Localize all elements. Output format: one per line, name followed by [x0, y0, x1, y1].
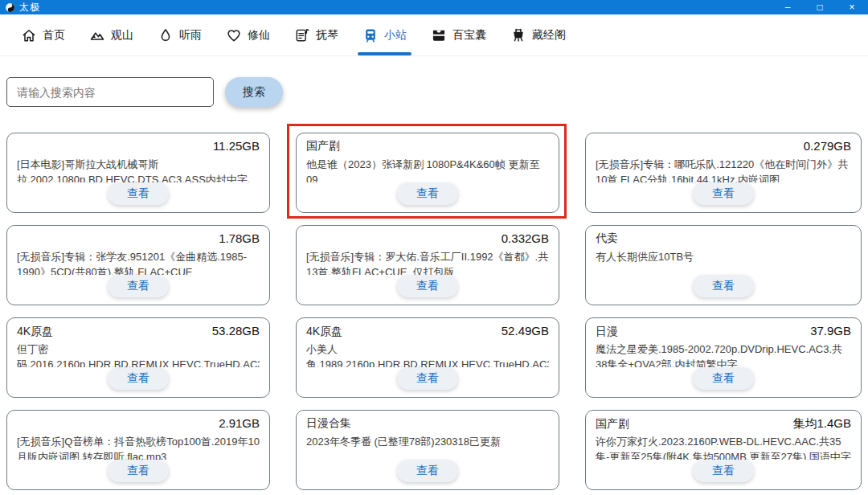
resource-card: 代卖 有人长期供应10TB号 查看	[585, 225, 862, 305]
resource-card: 0.332GB [无损音乐]专辑：罗大佑.音乐工厂II.1992《首都》.共13…	[296, 225, 559, 305]
card-description: [无损音乐]专辑：罗大佑.音乐工厂II.1992《首都》.共13首.整轨FLAC…	[306, 249, 549, 275]
resource-card: 0.279GB [无损音乐]专辑：哪吒乐队.121220《他在时间门外》共10首…	[585, 133, 862, 213]
close-icon[interactable]: ×	[836, 0, 868, 14]
tab-xiaozhan[interactable]: 小站	[361, 14, 408, 55]
tab-home[interactable]: 首页	[19, 14, 67, 55]
resource-card: 日漫合集 2023年冬季番 (已整理78部)230318已更新 查看	[296, 410, 559, 490]
resource-card: 11.25GB [日本电影]哥斯拉大战机械哥斯拉.2002.1080p.BD.H…	[6, 133, 270, 213]
search-button[interactable]: 搜索	[225, 77, 283, 107]
resource-card: 2.91GB [无损音乐]Q音榜单：抖音热歌榜Top100首.2019年10月版…	[6, 410, 270, 490]
search-section: 搜索	[0, 56, 868, 107]
tab-baibaonang[interactable]: 百宝囊	[429, 14, 488, 55]
window-controls: – □ ×	[772, 0, 868, 14]
tab-label: 观山	[111, 28, 133, 43]
view-button[interactable]: 查看	[397, 182, 458, 205]
view-button[interactable]: 查看	[108, 367, 169, 390]
app-title: 太极	[19, 1, 40, 14]
card-size: 53.28GB	[212, 324, 260, 338]
resource-grid: 11.25GB [日本电影]哥斯拉大战机械哥斯拉.2002.1080p.BD.H…	[0, 107, 868, 490]
music-document-icon	[294, 27, 310, 43]
card-size: 0.279GB	[804, 139, 851, 153]
card-description: [无损音乐]专辑：哪吒乐队.121220《他在时间门外》共10首.FLAC分轨.…	[596, 157, 851, 182]
view-button[interactable]: 查看	[397, 367, 458, 390]
card-description: 许你万家灯火.2023.2160P.WEB-DL.HEVC.AAC.共35集-更…	[596, 434, 851, 460]
tab-fuqin[interactable]: 抚琴	[293, 14, 340, 55]
tab-guanshan[interactable]: 观山	[88, 14, 135, 55]
station-icon	[362, 27, 379, 43]
tab-xiuxian[interactable]: 修仙	[224, 14, 272, 55]
titlebar: 太极 – □ ×	[0, 0, 868, 14]
view-button[interactable]: 查看	[693, 182, 754, 205]
tab-label: 听雨	[179, 28, 202, 43]
minimize-icon[interactable]: –	[772, 0, 804, 14]
card-description: [无损音乐]Q音榜单：抖音热歌榜Top100首.2019年10月版内嵌词图.转存…	[17, 434, 260, 460]
card-size: 11.25GB	[213, 139, 260, 153]
card-description: 有人长期供应10TB号	[596, 249, 851, 264]
card-size: 2.91GB	[219, 416, 260, 430]
tab-tingyu[interactable]: 听雨	[156, 14, 203, 55]
home-icon	[21, 27, 37, 43]
mountain-icon	[89, 27, 105, 43]
search-input[interactable]	[6, 77, 214, 107]
view-button[interactable]: 查看	[397, 460, 458, 482]
view-button[interactable]: 查看	[693, 275, 754, 297]
card-description: 魔法之星爱美.1985-2002.720p.DVDrip.HEVC.AC3.共3…	[596, 342, 851, 367]
card-description: [日本电影]哥斯拉大战机械哥斯拉.2002.1080p.BD.HEVC.DTS.…	[17, 157, 260, 182]
view-button[interactable]: 查看	[108, 182, 169, 205]
card-title: 日漫	[596, 325, 618, 339]
main-nav: 首页 观山 听雨 修仙 抚琴 小站 百宝囊	[0, 14, 868, 56]
card-size: 37.9GB	[810, 324, 851, 338]
card-size: 集均1.4GB	[792, 416, 851, 432]
tab-label: 抚琴	[316, 28, 338, 43]
card-description: 他是谁（2023）张译新剧 1080P&4K&60帧 更新至09	[306, 157, 549, 182]
card-title: 4K原盘	[306, 325, 342, 339]
tab-label: 首页	[43, 28, 65, 43]
app-logo-yinyang-icon	[5, 2, 15, 13]
card-title: 日漫合集	[306, 416, 351, 431]
card-title: 国产剧	[596, 417, 629, 432]
view-button[interactable]: 查看	[108, 275, 169, 297]
resource-card-highlighted: 国产剧 他是谁（2023）张译新剧 1080P&4K&60帧 更新至09 查看	[296, 133, 559, 213]
card-title: 代卖	[596, 231, 618, 246]
maximize-icon[interactable]: □	[804, 0, 836, 14]
tab-label: 藏经阁	[532, 28, 566, 43]
view-button[interactable]: 查看	[397, 275, 458, 297]
resource-card: 国产剧集均1.4GB 许你万家灯火.2023.2160P.WEB-DL.HEVC…	[585, 410, 862, 490]
card-size: 52.49GB	[502, 324, 549, 338]
resource-card: 4K原盘52.49GB 小美人鱼.1989.2160p.HDR.BD.REMUX…	[296, 317, 559, 398]
card-description: 但丁密码.2016.2160p.HDR.BD.REMUX.HEVC.TrueHD…	[17, 342, 260, 367]
card-size: 0.332GB	[502, 231, 549, 245]
card-description: 2023年冬季番 (已整理78部)230318已更新	[306, 434, 549, 449]
view-button[interactable]: 查看	[693, 367, 754, 390]
view-button[interactable]: 查看	[108, 460, 169, 482]
water-drop-icon	[158, 27, 174, 43]
card-description: [无损音乐]专辑：张学友.951201《金曲精选.1985-1990》5CD(共…	[17, 249, 260, 275]
resource-card: 1.78GB [无损音乐]专辑：张学友.951201《金曲精选.1985-199…	[6, 225, 270, 305]
tab-label: 百宝囊	[452, 28, 486, 43]
card-title: 4K原盘	[17, 325, 53, 339]
tab-cangjingge[interactable]: 藏经阁	[509, 14, 567, 55]
tab-label: 修仙	[248, 28, 270, 43]
tab-label: 小站	[384, 28, 407, 43]
treasure-box-icon	[431, 27, 447, 43]
resource-card: 4K原盘53.28GB 但丁密码.2016.2160p.HDR.BD.REMUX…	[6, 317, 270, 398]
view-button[interactable]: 查看	[693, 460, 754, 482]
card-size: 1.78GB	[219, 231, 260, 245]
card-description: 小美人鱼.1989.2160p.HDR.BD.REMUX.HEVC.TrueHD…	[306, 342, 549, 367]
resource-card: 日漫37.9GB 魔法之星爱美.1985-2002.720p.DVDrip.HE…	[585, 317, 862, 398]
cauldron-icon	[510, 27, 526, 43]
card-title: 国产剧	[306, 139, 340, 153]
heart-icon	[226, 27, 242, 43]
